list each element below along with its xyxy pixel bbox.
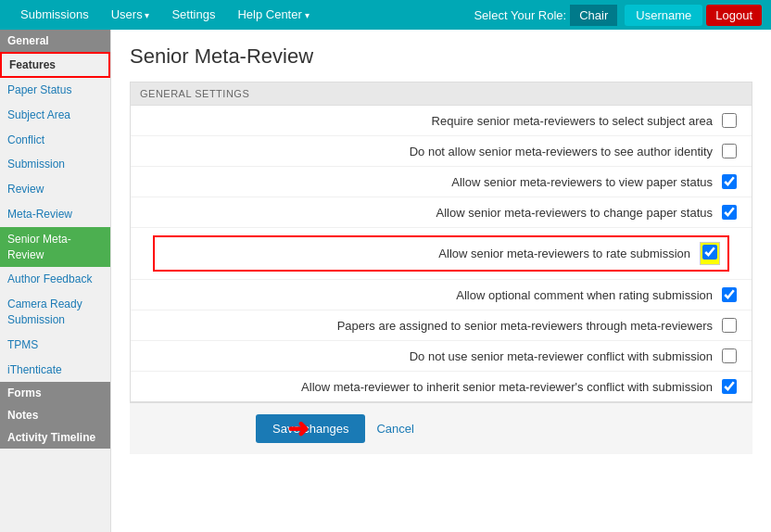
setting-row-rate-submission: Allow senior meta-reviewers to rate subm… [131,228,752,280]
checkbox-view-paper-status[interactable] [722,174,737,189]
page-title: Senior Meta-Review [130,44,752,69]
logout-button[interactable]: Logout [706,5,762,26]
nav-settings[interactable]: Settings [160,0,226,30]
sidebar-notes[interactable]: Notes [0,404,110,426]
chair-button[interactable]: Chair [570,5,617,26]
nav-help[interactable]: Help Center [226,7,320,21]
sidebar-item-conflict[interactable]: Conflict [0,128,110,153]
setting-row-no-conflict: Do not use senior meta-reviewer conflict… [131,341,752,372]
setting-label-change-paper-status: Allow senior meta-reviewers to change pa… [145,206,713,220]
nav-submissions[interactable]: Submissions [9,0,100,30]
setting-label-no-conflict: Do not use senior meta-reviewer conflict… [145,349,713,363]
setting-label-view-paper-status: Allow senior meta-reviewers to view pape… [145,175,713,189]
top-nav: Submissions Users Settings Help Center S… [0,0,771,30]
setting-label-optional-comment: Allow optional comment when rating submi… [145,288,713,302]
sidebar-item-author-feedback[interactable]: Author Feedback [0,267,110,292]
nav-help-dropdown[interactable]: Help Center [226,0,320,31]
checkbox-no-conflict[interactable] [722,348,737,363]
save-button[interactable]: Save changes [256,414,365,443]
checkbox-no-author-identity[interactable] [722,144,737,158]
setting-label-require-subject-area: Require senior meta-reviewers to select … [145,114,713,128]
sidebar-general[interactable]: General [0,30,110,52]
setting-row-no-author-identity: Do not allow senior meta-reviewers to se… [131,136,752,167]
sidebar-activity-timeline[interactable]: Activity Timeline [0,426,110,449]
checkbox-change-paper-status[interactable] [722,205,737,220]
sidebar-item-review[interactable]: Review [0,177,110,202]
footer-bar: ➜ Save changes Cancel [130,402,752,454]
main-content: Senior Meta-Review GENERAL SETTINGS Requ… [111,30,771,532]
section-header: GENERAL SETTINGS [130,82,752,106]
highlighted-checkbox-wrapper [700,242,720,265]
setting-row-change-paper-status: Allow senior meta-reviewers to change pa… [131,197,752,228]
sidebar-item-paper-status[interactable]: Paper Status [0,78,110,103]
user-button[interactable]: Username [625,5,702,26]
sidebar-item-senior-meta-review[interactable]: Senior Meta-Review [0,227,110,268]
setting-row-optional-comment: Allow optional comment when rating submi… [131,280,752,310]
sidebar-item-meta-review[interactable]: Meta-Review [0,202,110,227]
sidebar-item-subject-area[interactable]: Subject Area [0,103,110,128]
role-label: Select Your Role: [474,8,570,22]
checkbox-inherit-conflict[interactable] [722,379,737,394]
checkbox-rate-submission[interactable] [702,245,717,260]
setting-row-require-subject-area: Require senior meta-reviewers to select … [131,106,752,136]
setting-row-view-paper-status: Allow senior meta-reviewers to view pape… [131,167,752,197]
arrow-indicator: ➜ [287,413,309,444]
checkbox-require-subject-area[interactable] [722,113,737,128]
setting-label-no-author-identity: Do not allow senior meta-reviewers to se… [145,145,713,158]
setting-label-assigned-through-meta: Papers are assigned to senior meta-revie… [145,319,713,333]
sidebar-item-camera-ready[interactable]: Camera Ready Submission [0,292,110,333]
checkbox-optional-comment[interactable] [722,287,737,302]
nav-users-dropdown[interactable]: Users [100,0,161,31]
cancel-button[interactable]: Cancel [365,414,424,443]
setting-label-inherit-conflict: Allow meta-reviewer to inherit senior me… [145,380,713,394]
setting-row-inherit-conflict: Allow meta-reviewer to inherit senior me… [131,372,752,401]
setting-label-rate-submission: Allow senior meta-reviewers to rate subm… [162,247,690,260]
sidebar-features[interactable]: Features [0,52,110,78]
setting-row-assigned-through-meta: Papers are assigned to senior meta-revie… [131,310,752,341]
nav-users[interactable]: Users [100,7,161,21]
sidebar-item-ithenticate[interactable]: iThenticate [0,358,110,383]
sidebar-item-submission[interactable]: Submission [0,152,110,177]
sidebar-forms[interactable]: Forms [0,382,110,404]
sidebar: General Features Paper Status Subject Ar… [0,30,111,532]
sidebar-item-tpms[interactable]: TPMS [0,333,110,358]
settings-table: Require senior meta-reviewers to select … [130,106,752,402]
checkbox-assigned-through-meta[interactable] [722,318,737,333]
layout: General Features Paper Status Subject Ar… [0,30,771,532]
